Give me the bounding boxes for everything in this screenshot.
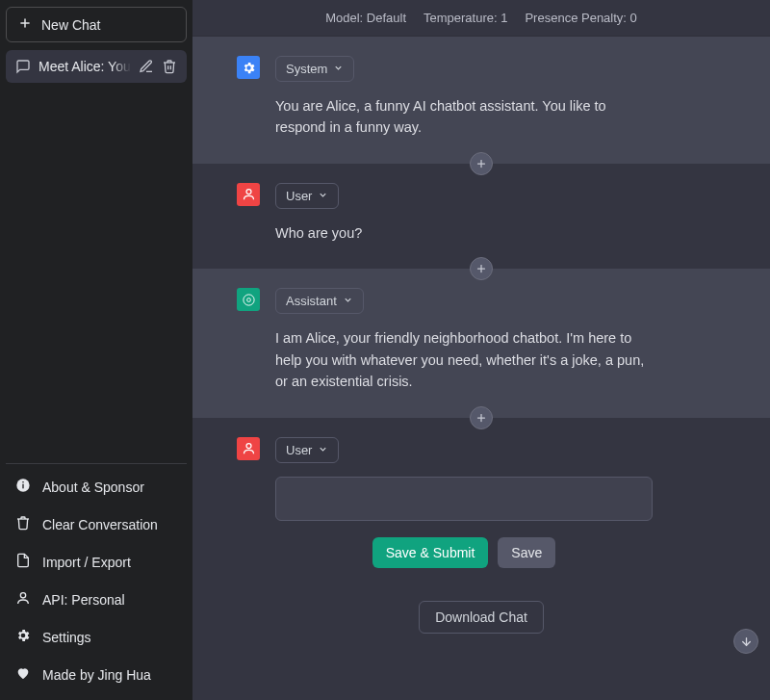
- delete-chat-button[interactable]: [162, 59, 177, 74]
- chat-item-title: Meet Alice: Your Chatbot Companion: [38, 59, 131, 74]
- edit-chat-button[interactable]: [139, 59, 154, 74]
- footer-api[interactable]: API: Personal: [6, 581, 187, 618]
- scroll-to-bottom-button[interactable]: [733, 629, 758, 654]
- role-label: Assistant: [286, 294, 337, 308]
- message-assistant: Assistant I am Alice, your friendly neig…: [192, 269, 770, 417]
- save-submit-button[interactable]: Save & Submit: [372, 537, 489, 568]
- file-icon: [15, 553, 31, 571]
- main-area: Model: Default Temperature: 1 Presence P…: [192, 0, 770, 700]
- chevron-down-icon: [318, 189, 328, 203]
- new-chat-button[interactable]: New Chat: [6, 7, 187, 42]
- composer-input[interactable]: [275, 477, 653, 521]
- role-select-assistant[interactable]: Assistant: [275, 288, 364, 314]
- param-model: Model: Default: [325, 11, 406, 25]
- message-system: System You are Alice, a funny AI chatbot…: [192, 37, 770, 164]
- message-user-1-text[interactable]: Who are you?: [275, 222, 660, 244]
- messages-list: System You are Alice, a funny AI chatbot…: [192, 37, 770, 700]
- trash-icon: [15, 515, 31, 533]
- add-message-button[interactable]: [470, 257, 493, 280]
- footer-clear-label: Clear Conversation: [42, 517, 158, 532]
- download-row: Download Chat: [192, 585, 770, 653]
- sidebar-chat-item[interactable]: Meet Alice: Your Chatbot Companion: [6, 50, 187, 83]
- add-message-button[interactable]: [470, 406, 493, 429]
- person-icon: [15, 590, 31, 609]
- avatar-user-icon: [237, 437, 260, 460]
- sidebar-footer: About & Sponsor Clear Conversation Impor…: [6, 463, 187, 693]
- role-label: User: [286, 189, 312, 203]
- svg-rect-4: [22, 481, 23, 482]
- svg-point-11: [246, 298, 250, 302]
- save-button[interactable]: Save: [498, 537, 555, 568]
- svg-point-5: [20, 593, 25, 598]
- role-select-system[interactable]: System: [275, 56, 354, 82]
- footer-api-label: API: Personal: [42, 592, 125, 608]
- footer-settings-label: Settings: [42, 630, 91, 645]
- footer-clear[interactable]: Clear Conversation: [6, 506, 187, 543]
- chevron-down-icon: [318, 443, 328, 457]
- svg-point-8: [246, 190, 251, 194]
- avatar-user-icon: [237, 183, 260, 206]
- footer-import-export[interactable]: Import / Export: [6, 543, 187, 581]
- footer-import-export-label: Import / Export: [42, 555, 131, 570]
- param-temperature: Temperature: 1: [424, 11, 507, 25]
- svg-point-14: [246, 444, 251, 449]
- footer-credits-label: Made by Jing Hua: [42, 667, 151, 683]
- chevron-down-icon: [333, 62, 344, 76]
- params-bar[interactable]: Model: Default Temperature: 1 Presence P…: [192, 0, 770, 37]
- message-user-1: User Who are you?: [192, 164, 770, 269]
- svg-rect-3: [22, 484, 23, 489]
- new-chat-label: New Chat: [41, 17, 100, 33]
- info-icon: [15, 478, 31, 496]
- avatar-system-icon: [237, 56, 260, 79]
- footer-credits[interactable]: Made by Jing Hua: [6, 656, 187, 693]
- footer-settings[interactable]: Settings: [6, 618, 187, 656]
- message-system-text[interactable]: You are Alice, a funny AI chatbot assist…: [275, 95, 660, 139]
- footer-about[interactable]: About & Sponsor: [6, 468, 187, 506]
- role-label: User: [286, 443, 312, 457]
- message-composer: User Save & Submit Save: [192, 418, 770, 585]
- avatar-assistant-icon: [237, 288, 260, 311]
- download-chat-button[interactable]: Download Chat: [419, 601, 544, 634]
- role-select-user[interactable]: User: [275, 183, 339, 209]
- sidebar: New Chat Meet Alice: Your Chatbot Compan…: [0, 0, 192, 700]
- chevron-down-icon: [343, 294, 353, 308]
- param-presence-penalty: Presence Penalty: 0: [525, 11, 636, 25]
- chat-icon: [15, 59, 31, 74]
- gear-icon: [15, 628, 31, 646]
- plus-icon: [18, 16, 32, 33]
- message-assistant-text[interactable]: I am Alice, your friendly neighborhood c…: [275, 327, 660, 392]
- heart-icon: [15, 665, 31, 684]
- footer-about-label: About & Sponsor: [42, 480, 144, 495]
- role-label: System: [286, 62, 327, 76]
- role-select-user[interactable]: User: [275, 437, 339, 463]
- add-message-button[interactable]: [470, 152, 493, 175]
